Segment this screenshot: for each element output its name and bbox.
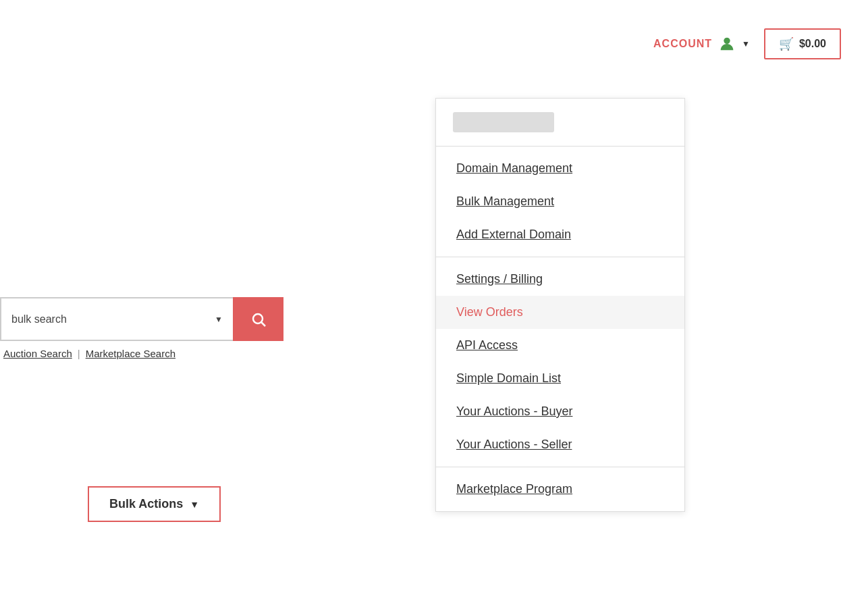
marketplace-search-link[interactable]: Marketplace Search	[86, 348, 175, 359]
dropdown-item-your-auctions-buyer[interactable]: Your Auctions - Buyer	[436, 395, 684, 428]
dropdown-item-domain-management[interactable]: Domain Management	[436, 152, 684, 185]
cart-icon: 🛒	[779, 36, 794, 51]
dropdown-item-api-access[interactable]: API Access	[436, 329, 684, 362]
auction-search-link[interactable]: Auction Search	[3, 348, 72, 359]
account-dropdown-arrow: ▼	[742, 39, 751, 49]
dropdown-logo	[453, 112, 554, 132]
svg-point-0	[724, 38, 730, 44]
search-link-divider: |	[78, 348, 80, 359]
search-input-container[interactable]: bulk search ▼	[0, 297, 233, 341]
search-bar: bulk search ▼	[0, 297, 283, 341]
bulk-actions-arrow: ▼	[190, 499, 199, 510]
bulk-actions-section: Bulk Actions ▼	[88, 486, 221, 522]
bulk-actions-button[interactable]: Bulk Actions ▼	[88, 486, 221, 522]
dropdown-item-settings-billing[interactable]: Settings / Billing	[436, 263, 684, 296]
dropdown-item-bulk-management[interactable]: Bulk Management	[436, 185, 684, 218]
cart-button[interactable]: 🛒 $0.00	[764, 28, 841, 59]
dropdown-item-view-orders[interactable]: View Orders	[436, 296, 684, 329]
search-type-dropdown-arrow[interactable]: ▼	[215, 315, 223, 324]
header: ACCOUNT ▼ 🛒 $0.00	[0, 0, 868, 88]
account-dropdown-menu: Domain Management Bulk Management Add Ex…	[435, 98, 685, 512]
search-submit-button[interactable]	[233, 297, 283, 341]
dropdown-header	[436, 99, 684, 147]
bulk-actions-label: Bulk Actions	[109, 497, 183, 511]
search-icon	[250, 311, 267, 328]
search-links: Auction Search | Marketplace Search	[0, 341, 283, 359]
dropdown-item-simple-domain-list[interactable]: Simple Domain List	[436, 362, 684, 395]
dropdown-item-marketplace-program[interactable]: Marketplace Program	[436, 473, 684, 506]
account-label: ACCOUNT	[653, 38, 712, 50]
dropdown-item-add-external-domain[interactable]: Add External Domain	[436, 218, 684, 251]
dropdown-section-management: Domain Management Bulk Management Add Ex…	[436, 147, 684, 257]
svg-point-1	[253, 314, 263, 323]
cart-amount: $0.00	[799, 38, 826, 50]
search-section: bulk search ▼ Auction Search | Marketpla…	[0, 297, 283, 359]
dropdown-section-account: Settings / Billing View Orders API Acces…	[436, 257, 684, 467]
account-person-icon	[717, 34, 736, 53]
account-button[interactable]: ACCOUNT ▼	[653, 34, 751, 53]
search-input-text: bulk search	[11, 313, 215, 325]
svg-line-2	[261, 322, 265, 326]
dropdown-section-marketplace: Marketplace Program	[436, 467, 684, 511]
dropdown-item-your-auctions-seller[interactable]: Your Auctions - Seller	[436, 428, 684, 461]
